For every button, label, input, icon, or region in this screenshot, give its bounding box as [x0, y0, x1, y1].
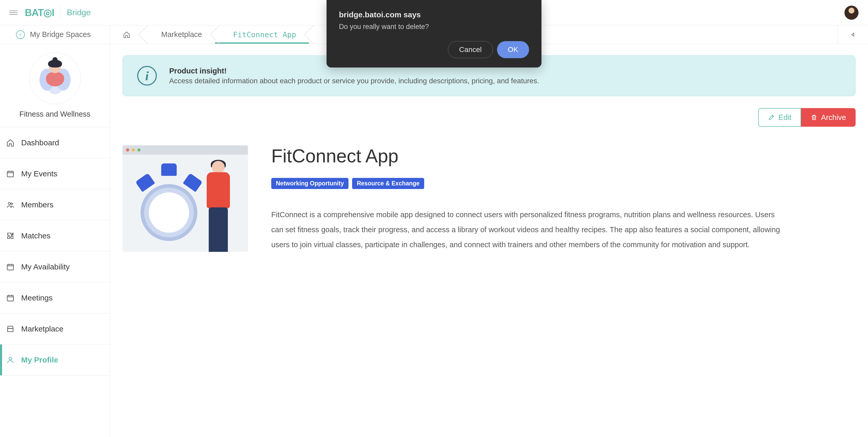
sidebar-item-label: My Events: [21, 169, 57, 178]
logo[interactable]: BAT◎I Bridge: [25, 5, 91, 20]
svg-point-1: [8, 202, 10, 204]
home-icon: [123, 31, 130, 38]
calendar-icon: [6, 263, 14, 271]
space-header: Fitness and Wellness: [0, 44, 110, 127]
product: FitConnect App Networking Opportunity Re…: [122, 145, 856, 252]
triangle-left-icon: [850, 32, 856, 38]
alert-content: Product insight! Access detailed informa…: [169, 67, 539, 85]
space-name: Fitness and Wellness: [20, 110, 90, 118]
badge-networking: Networking Opportunity: [271, 178, 348, 189]
user-icon: [6, 356, 14, 364]
avatar[interactable]: [844, 5, 859, 20]
confirm-dialog: bridge.batoi.com says Do you really want…: [327, 0, 541, 67]
calendar-icon: [6, 170, 14, 178]
sidebar-item-label: Members: [21, 200, 54, 209]
sidebar-item-meetings[interactable]: Meetings: [0, 282, 110, 313]
sidebar: Fitness and Wellness Dashboard My Events…: [0, 44, 110, 437]
sidebar-item-my-profile[interactable]: My Profile: [0, 344, 110, 375]
browser-bar-decoration: [122, 145, 248, 155]
breadcrumb-marketplace[interactable]: Marketplace: [143, 25, 215, 44]
breadcrumb-active[interactable]: FitConnect App: [215, 25, 309, 44]
layout: Fitness and Wellness Dashboard My Events…: [0, 44, 868, 437]
sidebar-item-dashboard[interactable]: Dashboard: [0, 127, 110, 158]
alert-body: Access detailed information about each p…: [169, 77, 539, 85]
topbar-left: BAT◎I Bridge: [9, 5, 91, 20]
back-label: My Bridge Spaces: [30, 30, 91, 39]
sidebar-item-label: Marketplace: [21, 324, 63, 333]
breadcrumb-back-button[interactable]: [838, 25, 868, 44]
edit-label: Edit: [778, 113, 791, 122]
svg-point-2: [11, 203, 13, 205]
sidebar-nav: Dashboard My Events Members Matches My A…: [0, 127, 110, 437]
users-icon: [6, 201, 14, 209]
sidebar-item-my-availability[interactable]: My Availability: [0, 251, 110, 282]
product-title: FitConnect App: [271, 145, 788, 167]
badge-resource: Resource & Exchange: [352, 178, 424, 189]
puzzle-icon: [6, 232, 14, 240]
action-buttons: Edit Archive: [122, 108, 856, 127]
dialog-buttons: Cancel OK: [339, 41, 529, 58]
store-icon: [6, 325, 14, 333]
svg-rect-0: [7, 171, 13, 177]
calendar-icon: [6, 294, 14, 302]
pencil-icon: [768, 114, 775, 121]
sidebar-item-my-events[interactable]: My Events: [0, 158, 110, 189]
sidebar-item-label: Matches: [21, 231, 51, 240]
breadcrumb-home[interactable]: [110, 25, 143, 44]
sidebar-item-label: Meetings: [21, 293, 53, 302]
archive-button[interactable]: Archive: [801, 108, 856, 127]
cancel-button[interactable]: Cancel: [448, 41, 493, 58]
dialog-origin: bridge.batoi.com says: [339, 10, 529, 19]
sidebar-item-marketplace[interactable]: Marketplace: [0, 313, 110, 344]
product-image: [122, 145, 248, 252]
sidebar-item-label: Dashboard: [21, 138, 59, 147]
info-icon: i: [137, 66, 157, 86]
svg-rect-4: [7, 295, 13, 301]
alert-title: Product insight!: [169, 67, 539, 75]
sidebar-item-matches[interactable]: Matches: [0, 220, 110, 251]
dialog-message: Do you really want to delete?: [339, 23, 529, 31]
back-to-spaces[interactable]: My Bridge Spaces: [0, 25, 110, 44]
product-details: FitConnect App Networking Opportunity Re…: [271, 145, 788, 252]
hamburger-menu-icon[interactable]: [9, 8, 18, 17]
archive-label: Archive: [821, 113, 846, 122]
svg-point-5: [9, 357, 12, 360]
logo-mark: BAT◎I: [25, 7, 54, 18]
sidebar-item-label: My Profile: [21, 355, 58, 365]
badges: Networking Opportunity Resource & Exchan…: [271, 178, 788, 189]
space-icon: [29, 53, 81, 104]
sidebar-item-members[interactable]: Members: [0, 189, 110, 220]
product-description: FitConnect is a comprehensive mobile app…: [271, 207, 788, 252]
main: i Product insight! Access detailed infor…: [110, 44, 868, 437]
sidebar-item-label: My Availability: [21, 262, 70, 271]
trash-icon: [811, 114, 817, 121]
back-arrow-icon: [16, 30, 25, 39]
ok-button[interactable]: OK: [497, 41, 529, 58]
home-icon: [6, 139, 14, 147]
svg-rect-3: [7, 264, 13, 270]
brand-sub: Bridge: [67, 8, 91, 17]
divider: [60, 5, 61, 20]
edit-button[interactable]: Edit: [758, 108, 801, 127]
